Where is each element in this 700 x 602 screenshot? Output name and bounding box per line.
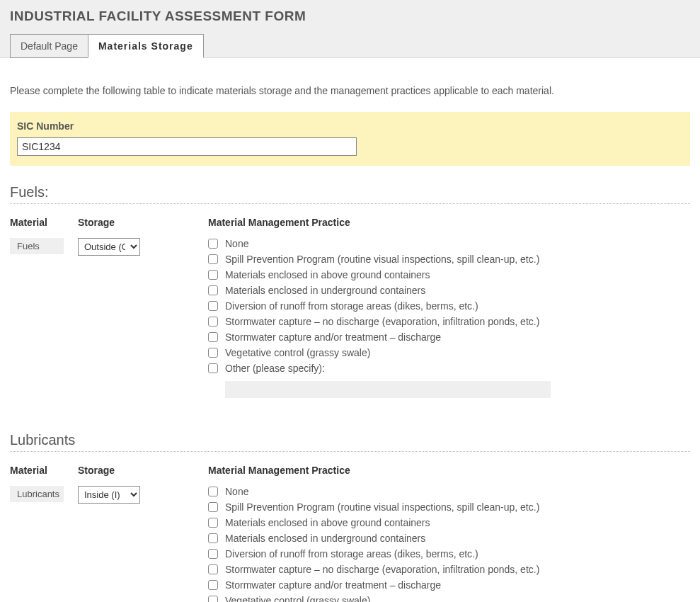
practice-label: Diversion of runoff from storage areas (… xyxy=(225,548,478,560)
practice-item: None xyxy=(208,486,690,497)
practice-checkbox[interactable] xyxy=(208,533,218,543)
practice-label: Materials enclosed in above ground conta… xyxy=(225,517,430,528)
practice-label: Materials enclosed in above ground conta… xyxy=(225,269,430,280)
material-header: Material xyxy=(10,465,78,476)
col-storage: StorageOutside (O)Inside (I) xyxy=(78,217,208,256)
practice-checkbox[interactable] xyxy=(208,580,218,590)
practice-item: Materials enclosed in above ground conta… xyxy=(208,517,690,528)
material-badge: Lubricants xyxy=(10,486,64,502)
practice-item: Stormwater capture and/or treatment – di… xyxy=(208,331,690,343)
practice-label: Spill Prevention Program (routine visual… xyxy=(225,254,539,265)
practice-checkbox[interactable] xyxy=(208,348,218,358)
practice-checkbox[interactable] xyxy=(208,549,218,559)
material-badge: Fuels xyxy=(10,238,64,254)
practice-item: Stormwater capture – no discharge (evapo… xyxy=(208,564,690,575)
practice-checkbox[interactable] xyxy=(208,317,218,326)
material-section: LubricantsMaterialLubricantsStorageOutsi… xyxy=(10,432,690,602)
material-row: MaterialLubricantsStorageOutside (O)Insi… xyxy=(10,465,690,602)
practice-label: Stormwater capture – no discharge (evapo… xyxy=(225,316,539,327)
practice-item: Stormwater capture and/or treatment – di… xyxy=(208,579,690,591)
col-storage: StorageOutside (O)Inside (I) xyxy=(78,465,208,504)
practice-checkbox[interactable] xyxy=(208,285,218,295)
storage-select[interactable]: Outside (O)Inside (I) xyxy=(78,238,140,256)
practice-item: Vegetative control (grassy swale) xyxy=(208,347,690,358)
intro-text: Please complete the following table to i… xyxy=(10,85,690,96)
practice-list: NoneSpill Prevention Program (routine vi… xyxy=(208,486,690,602)
practice-checkbox[interactable] xyxy=(208,596,218,602)
sic-input[interactable] xyxy=(17,137,357,156)
practice-label: Vegetative control (grassy swale) xyxy=(225,595,370,602)
storage-select[interactable]: Outside (O)Inside (I) xyxy=(78,486,140,504)
practice-label: Materials enclosed in underground contai… xyxy=(225,533,425,544)
practice-item: Materials enclosed in underground contai… xyxy=(208,533,690,544)
tabs: Default Page Materials Storage xyxy=(10,34,690,57)
content: Please complete the following table to i… xyxy=(0,58,700,602)
section-heading: Fuels: xyxy=(10,184,690,204)
sic-label: SIC Number xyxy=(17,120,683,132)
practice-checkbox[interactable] xyxy=(208,564,218,574)
practice-label: Vegetative control (grassy swale) xyxy=(225,347,370,358)
practice-label: None xyxy=(225,238,248,249)
storage-header: Storage xyxy=(78,217,208,228)
practice-item: Spill Prevention Program (routine visual… xyxy=(208,501,690,513)
col-practice: Material Management PracticeNoneSpill Pr… xyxy=(208,465,690,602)
practice-item: Spill Prevention Program (routine visual… xyxy=(208,254,690,265)
tab-materials-storage[interactable]: Materials Storage xyxy=(88,34,204,58)
practice-item: Diversion of runoff from storage areas (… xyxy=(208,300,690,312)
col-material: MaterialLubricants xyxy=(10,465,78,502)
practice-checkbox[interactable] xyxy=(208,254,218,264)
practice-checkbox[interactable] xyxy=(208,363,218,373)
section-heading: Lubricants xyxy=(10,432,690,452)
material-row: MaterialFuelsStorageOutside (O)Inside (I… xyxy=(10,217,690,398)
sic-block: SIC Number xyxy=(10,112,690,166)
practice-checkbox[interactable] xyxy=(208,487,218,496)
practice-checkbox[interactable] xyxy=(208,239,218,249)
practice-checkbox[interactable] xyxy=(208,270,218,280)
practice-label: Spill Prevention Program (routine visual… xyxy=(225,501,539,513)
practice-item: Materials enclosed in underground contai… xyxy=(208,285,690,296)
material-header: Material xyxy=(10,217,78,228)
practice-item: Vegetative control (grassy swale) xyxy=(208,595,690,602)
practice-label: Stormwater capture and/or treatment – di… xyxy=(225,579,441,591)
practice-label: Diversion of runoff from storage areas (… xyxy=(225,300,478,312)
practice-label: None xyxy=(225,486,248,497)
other-specify-input[interactable] xyxy=(225,381,551,398)
practice-label: Stormwater capture – no discharge (evapo… xyxy=(225,564,539,575)
practice-header: Material Management Practice xyxy=(208,217,690,228)
practice-checkbox[interactable] xyxy=(208,502,218,512)
practice-item: Diversion of runoff from storage areas (… xyxy=(208,548,690,560)
tab-default-page[interactable]: Default Page xyxy=(10,34,88,58)
practice-item: None xyxy=(208,238,690,249)
practice-list: NoneSpill Prevention Program (routine vi… xyxy=(208,238,690,374)
practice-label: Other (please specify): xyxy=(225,363,325,374)
header: INDUSTRIAL FACILITY ASSESSMENT FORM Defa… xyxy=(0,0,700,58)
practice-label: Stormwater capture and/or treatment – di… xyxy=(225,331,441,343)
practice-label: Materials enclosed in underground contai… xyxy=(225,285,425,296)
practice-item: Materials enclosed in above ground conta… xyxy=(208,269,690,280)
practice-header: Material Management Practice xyxy=(208,465,690,476)
practice-checkbox[interactable] xyxy=(208,332,218,342)
col-material: MaterialFuels xyxy=(10,217,78,254)
storage-header: Storage xyxy=(78,465,208,476)
col-practice: Material Management PracticeNoneSpill Pr… xyxy=(208,217,690,398)
material-section: Fuels:MaterialFuelsStorageOutside (O)Ins… xyxy=(10,184,690,398)
practice-item: Stormwater capture – no discharge (evapo… xyxy=(208,316,690,327)
practice-item: Other (please specify): xyxy=(208,363,690,374)
practice-checkbox[interactable] xyxy=(208,518,218,528)
practice-checkbox[interactable] xyxy=(208,301,218,311)
page-title: INDUSTRIAL FACILITY ASSESSMENT FORM xyxy=(10,8,690,24)
